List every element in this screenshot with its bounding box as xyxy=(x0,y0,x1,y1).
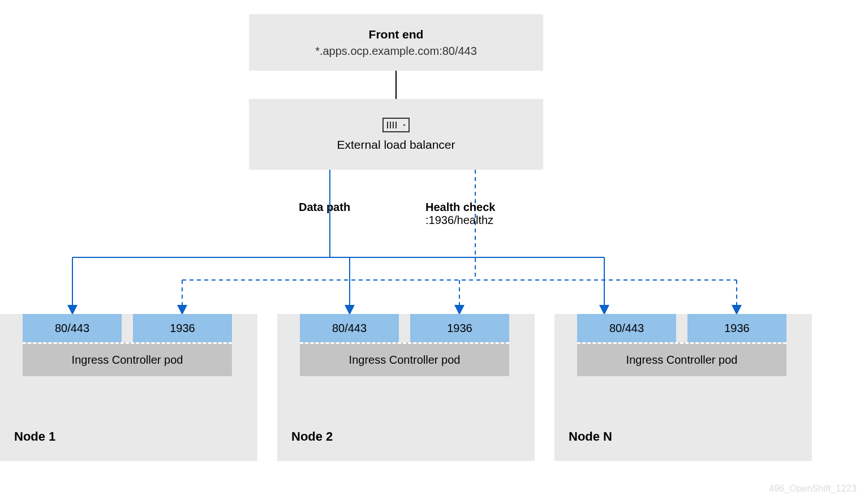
load-balancer-label: External load balancer xyxy=(337,138,455,152)
health-check-value: :1936/healthz xyxy=(425,214,495,227)
frontend-box: Front end *.apps.ocp.example.com:80/443 xyxy=(249,14,543,71)
health-check-title: Health check xyxy=(425,201,495,214)
port-health: 1936 xyxy=(410,314,509,342)
ingress-pod: Ingress Controller pod xyxy=(577,342,786,376)
node-label: Node 2 xyxy=(291,429,333,444)
load-balancer-box: External load balancer xyxy=(249,99,543,170)
watermark: 496_OpenShift_1223 xyxy=(769,484,857,494)
ingress-pod: Ingress Controller pod xyxy=(23,342,232,376)
node-2: 80/443 1936 Ingress Controller pod Node … xyxy=(277,314,535,461)
node-n: 80/443 1936 Ingress Controller pod Node … xyxy=(554,314,812,461)
port-health: 1936 xyxy=(687,314,786,342)
server-icon xyxy=(382,118,410,132)
port-data: 80/443 xyxy=(23,314,122,342)
frontend-subtitle: *.apps.ocp.example.com:80/443 xyxy=(315,45,477,58)
ingress-pod: Ingress Controller pod xyxy=(300,342,509,376)
node-label: Node 1 xyxy=(14,429,55,444)
health-check-label: Health check :1936/healthz xyxy=(425,201,495,227)
frontend-title: Front end xyxy=(369,28,424,41)
port-data: 80/443 xyxy=(577,314,676,342)
data-path-label: Data path xyxy=(299,201,350,214)
node-1: 80/443 1936 Ingress Controller pod Node … xyxy=(0,314,257,461)
port-health: 1936 xyxy=(133,314,232,342)
port-data: 80/443 xyxy=(300,314,399,342)
node-label: Node N xyxy=(569,429,612,444)
